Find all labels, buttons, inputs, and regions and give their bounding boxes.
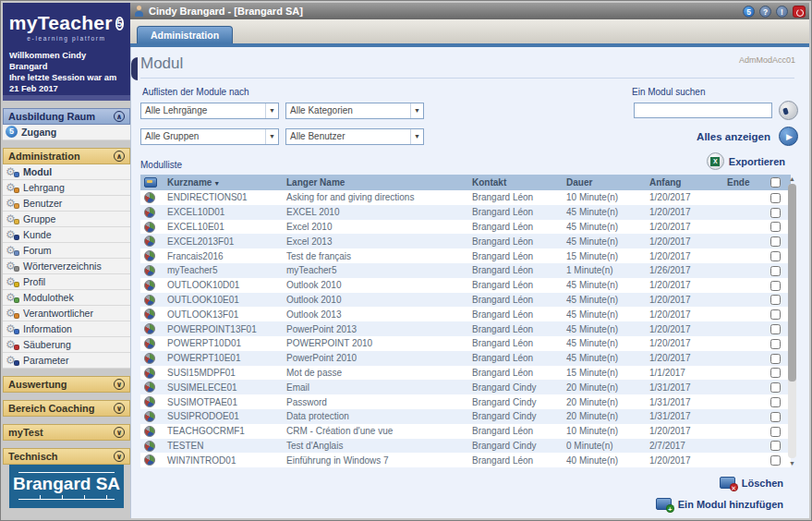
dropdown-gruppen[interactable]: Alle Gruppen ▼ <box>140 128 279 145</box>
show-all-play-button[interactable]: ▶ <box>779 127 798 146</box>
sidebar-item-information[interactable]: ⚙Information <box>3 321 130 337</box>
table-row[interactable]: POWERPT10E01PowerPoint 2010Brangard Léon… <box>140 351 791 366</box>
scroll-down-icon[interactable]: ▼ <box>789 459 795 467</box>
table-row[interactable]: EXCEL2013F01Excel 2013Brangard Léon45 Mi… <box>140 234 791 248</box>
col-header-langer-name[interactable]: Langer Name <box>283 175 468 190</box>
table-row[interactable]: ENDIRECTIONS01Asking for and giving dire… <box>140 190 791 205</box>
sidebar-item-gruppe[interactable]: ⚙Gruppe <box>3 212 130 227</box>
sidebar-item-zugang[interactable]: 5Zugang <box>3 125 130 140</box>
table-row[interactable]: OUTLOOK13F01Outlook 2013Brangard Léon45 … <box>140 307 791 321</box>
sidebar-item-forum[interactable]: ⚙Forum <box>3 243 130 259</box>
chevron-up-icon[interactable]: ∧ <box>114 111 125 122</box>
row-checkbox[interactable] <box>770 236 781 247</box>
table-row[interactable]: OUTLOOK10E01Outlook 2010Brangard Léon45 … <box>140 293 791 308</box>
sidebar-item-profil[interactable]: ⚙Profil <box>3 274 130 290</box>
col-header-kurzname[interactable]: Kurzname▼ <box>164 175 283 190</box>
row-checkbox[interactable] <box>770 309 781 320</box>
row-checkbox[interactable] <box>770 295 781 305</box>
delete-button[interactable]: ✕ Löschen <box>720 477 783 489</box>
section-label: Bereich Coaching <box>8 403 95 414</box>
row-checkbox[interactable] <box>770 281 781 291</box>
col-header-anfang[interactable]: Anfang <box>646 175 723 190</box>
row-checkbox[interactable] <box>770 427 781 437</box>
cell-kurzname: SUSIMOTPAE01 <box>164 394 283 409</box>
logout-power-icon[interactable] <box>793 6 806 18</box>
table-row[interactable]: POWERPT10D01POWERPOINT 2010Brangard Léon… <box>140 336 791 351</box>
sidebar-item-verantwortlicher[interactable]: ⚙Verantwortlicher <box>3 306 130 321</box>
row-checkbox[interactable] <box>770 368 781 378</box>
table-row[interactable]: OUTLOOK10D01Outlook 2010Brangard Léon45 … <box>140 278 791 293</box>
sidebar-section-bereich-coaching[interactable]: Bereich Coaching∨ <box>3 400 130 417</box>
table-row[interactable]: SUSIMELECE01EmailBrangard Cindy20 Minute… <box>140 380 791 394</box>
sidebar-item-kunde[interactable]: ⚙Kunde <box>3 227 130 243</box>
col-header-ende[interactable]: Ende <box>723 175 767 190</box>
sidebar-section-technisch[interactable]: Technisch∨ <box>3 448 130 465</box>
chevron-down-icon[interactable]: ∨ <box>114 451 125 462</box>
logo-top-line <box>18 472 115 473</box>
cell-anfang: 1/20/2017 <box>646 351 723 366</box>
col-header-kontakt[interactable]: Kontakt <box>468 175 563 190</box>
table-row[interactable]: Francais2016Test de françaisBrangard Léo… <box>140 248 791 263</box>
row-checkbox[interactable] <box>770 193 781 203</box>
chevron-down-icon[interactable]: ∨ <box>114 403 125 414</box>
row-checkbox[interactable] <box>770 251 781 261</box>
sidebar-section-administration[interactable]: Administration∧ <box>3 148 130 164</box>
chevron-up-icon[interactable]: ∧ <box>114 151 125 162</box>
table-row[interactable]: TEACHGOCRMF1CRM - Création d'une vueBran… <box>140 424 791 439</box>
tab-administration[interactable]: Administration <box>137 26 233 43</box>
table-row[interactable]: POWERPOINT13F01PowerPoint 2013Brangard L… <box>140 321 791 336</box>
row-checkbox[interactable] <box>770 412 781 422</box>
table-row[interactable]: EXCEL10D01EXCEL 2010Brangard Léon45 Minu… <box>140 205 791 220</box>
table-row[interactable]: WIN7INTROD01Einführung in Windows 7Brang… <box>140 453 791 467</box>
sidebar-item-modul[interactable]: ⚙Modul <box>3 164 130 180</box>
row-checkbox[interactable] <box>770 266 781 276</box>
table-row[interactable]: SUSI15MDPF01Mot de passeBrangard Léon15 … <box>140 366 791 381</box>
table-row[interactable]: TESTENTest d'AnglaisBrangard Cindy0 Minu… <box>140 439 791 454</box>
scroll-up-icon[interactable]: ▲ <box>789 175 795 183</box>
module-search-input[interactable] <box>634 103 772 118</box>
row-checkbox[interactable] <box>770 324 781 334</box>
row-checkbox[interactable] <box>770 441 781 451</box>
col-header-dauer[interactable]: Dauer <box>563 175 646 190</box>
table-row[interactable]: EXCEL10E01Excel 2010Brangard Léon45 Minu… <box>140 220 791 235</box>
group-icon: ⚙ <box>6 212 19 225</box>
scrollbar-thumb[interactable] <box>788 184 796 382</box>
add-module-button[interactable]: + Ein Modul hinzufügen <box>656 498 783 510</box>
row-checkbox[interactable] <box>770 354 781 364</box>
row-checkbox[interactable] <box>770 208 781 218</box>
version-badge-icon[interactable]: 5 <box>743 6 755 18</box>
table-row[interactable]: SUSIMOTPAE01PasswordBrangard Cindy20 Min… <box>140 394 791 409</box>
chevron-down-icon[interactable]: ∨ <box>114 379 125 390</box>
scrollbar-track[interactable] <box>788 184 796 458</box>
dropdown-benutzer[interactable]: Alle Benutzer ▼ <box>285 128 424 145</box>
dropdown-lehrgaenge[interactable]: Alle Lehrgänge ▼ <box>140 103 279 119</box>
info-icon[interactable]: ! <box>776 6 788 18</box>
export-button[interactable]: X Exportieren <box>707 152 785 170</box>
row-checkbox[interactable] <box>770 455 781 466</box>
table-row[interactable]: SUSIPRODOE01Data protectionBrangard Cind… <box>140 409 791 424</box>
sidebar-item-benutzer[interactable]: ⚙Benutzer <box>3 196 130 212</box>
cell-dauer: 15 Minute(n) <box>563 248 646 263</box>
badge-5-icon: 5 <box>6 126 18 138</box>
select-all-checkbox[interactable] <box>770 177 781 188</box>
row-checkbox[interactable] <box>770 382 781 393</box>
table-scrollbar[interactable]: ▲ ▼ <box>786 175 798 467</box>
sidebar-item-modulothek[interactable]: ⚙Modulothek <box>3 290 130 306</box>
sidebar-section-ausbildung-raum[interactable]: Ausbildung Raum∧ <box>3 108 130 125</box>
row-checkbox[interactable] <box>770 222 781 232</box>
sidebar-item-lehrgang[interactable]: ⚙Lehrgang <box>3 180 130 196</box>
collapse-sidebar-handle[interactable] <box>131 57 138 80</box>
row-checkbox[interactable] <box>770 397 781 407</box>
row-checkbox[interactable] <box>770 339 781 349</box>
dropdown-kategorien[interactable]: Alle Kategorien ▼ <box>285 103 424 119</box>
sidebar-item-w-rterverzeichnis[interactable]: ⚙Wörterverzeichnis <box>3 259 130 274</box>
sidebar-item-parameter[interactable]: ⚙Parameter <box>3 353 130 369</box>
table-row[interactable]: myTeacher5myTeacher5Brangard Léon1 Minut… <box>140 263 791 278</box>
help-icon[interactable]: ? <box>759 6 771 18</box>
sidebar-item-s-uberung[interactable]: ⚙Säuberung <box>3 337 130 353</box>
search-binoculars-icon[interactable] <box>779 101 798 120</box>
chevron-down-icon[interactable]: ∨ <box>114 427 125 438</box>
sidebar-section-auswertung[interactable]: Auswertung∨ <box>3 376 130 393</box>
sidebar-item-label: Modulothek <box>23 292 74 303</box>
sidebar-section-mytest[interactable]: myTest∨ <box>3 424 130 441</box>
